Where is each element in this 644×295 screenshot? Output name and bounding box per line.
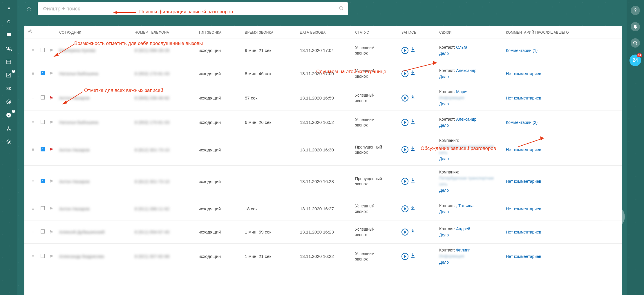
col-date[interactable]: ДАТА ВЫЗОВА <box>298 30 353 35</box>
drag-handle-icon[interactable]: ≡ <box>27 95 39 101</box>
rail-target-icon[interactable] <box>3 98 15 106</box>
rail-settings-icon[interactable] <box>3 138 15 146</box>
flag-icon[interactable]: ⚑ <box>49 147 53 152</box>
comments-link[interactable]: Нет комментариев <box>506 207 541 211</box>
play-button[interactable] <box>401 146 408 153</box>
col-status[interactable]: СТАТУС <box>353 30 400 35</box>
row-checkbox[interactable] <box>41 71 45 75</box>
rail-sitemap-icon[interactable] <box>3 124 15 133</box>
download-icon[interactable] <box>411 229 415 235</box>
row-checkbox[interactable] <box>41 179 45 183</box>
drag-handle-icon[interactable]: ≡ <box>27 229 39 235</box>
deal-link[interactable]: Дело <box>439 51 449 56</box>
company-link[interactable]: Петербургская транспортная сеть <box>439 175 502 187</box>
deal-link[interactable]: Дело <box>439 156 449 161</box>
download-icon[interactable] <box>411 253 415 259</box>
rail-chat-icon[interactable] <box>3 31 15 39</box>
comments-link[interactable]: Нет комментариев <box>506 71 541 76</box>
deal-link[interactable]: Дело <box>439 209 449 214</box>
comments-link[interactable]: Нет комментариев <box>506 254 541 259</box>
bitrix24-icon[interactable]: 24 14 <box>629 55 641 66</box>
download-icon[interactable] <box>411 119 415 125</box>
drag-handle-icon[interactable]: ≡ <box>27 206 39 211</box>
play-button[interactable] <box>401 119 408 126</box>
download-icon[interactable] <box>411 178 415 184</box>
col-employee[interactable]: СОТРУДНИК <box>57 30 133 35</box>
play-button[interactable] <box>401 178 408 185</box>
rail-md[interactable]: МД <box>3 44 15 53</box>
comments-link[interactable]: Нет комментариев <box>506 179 541 184</box>
download-icon[interactable] <box>411 95 415 101</box>
deal-link[interactable]: Дело <box>439 123 449 128</box>
rail-c[interactable]: С <box>3 18 15 26</box>
download-icon[interactable] <box>411 146 415 152</box>
row-checkbox[interactable] <box>41 95 45 99</box>
row-checkbox[interactable] <box>41 254 45 258</box>
flag-icon[interactable]: ⚑ <box>49 206 53 211</box>
favorite-icon[interactable]: ☆ <box>26 5 32 12</box>
drag-handle-icon[interactable]: ≡ <box>27 71 39 76</box>
col-relations[interactable]: СВЯЗИ <box>437 30 504 35</box>
drag-handle-icon[interactable]: ≡ <box>27 120 39 125</box>
deal-link[interactable]: Дело <box>439 233 449 237</box>
menu-icon[interactable]: ≡ <box>3 4 15 12</box>
col-type[interactable]: ТИП ЗВОНКА <box>197 30 243 35</box>
col-record[interactable]: ЗАПИСЬ <box>400 30 437 35</box>
svg-marker-24 <box>540 136 544 140</box>
rail-zk[interactable]: ЗК <box>3 84 15 93</box>
row-checkbox[interactable] <box>41 147 45 151</box>
drag-handle-icon[interactable]: ≡ <box>27 179 39 184</box>
comments-link[interactable]: Комментарии (2) <box>506 120 538 125</box>
type-cell: исходящий <box>197 254 243 259</box>
play-button[interactable] <box>401 253 408 260</box>
flag-icon[interactable]: ⚑ <box>49 120 53 125</box>
type-cell: исходящий <box>197 229 243 234</box>
search-icon[interactable] <box>339 6 343 12</box>
contact-link[interactable]: , Татьяна <box>456 203 473 208</box>
help-icon[interactable]: ? <box>631 6 640 15</box>
rail-calendar-icon[interactable] <box>3 58 15 66</box>
col-duration[interactable]: ВРЕМЯ ЗВОНКА <box>243 30 298 35</box>
deal-link[interactable]: Дело <box>439 188 449 193</box>
play-button[interactable] <box>401 47 408 54</box>
col-comments[interactable]: КОММЕНТАРИЙ ПРОСЛУШАВШЕГО <box>504 30 622 35</box>
table-settings-icon[interactable] <box>28 29 32 35</box>
download-icon[interactable] <box>411 47 415 53</box>
contact-link[interactable]: Андрей <box>456 227 470 231</box>
comments-link[interactable]: Нет комментариев <box>506 147 541 152</box>
flag-icon[interactable]: ⚑ <box>49 179 53 184</box>
contact-link[interactable]: Ольга <box>456 45 467 50</box>
col-phone[interactable]: НОМЕР ТЕЛЕФОНА <box>133 30 197 35</box>
rail-more-icon[interactable]: 4 <box>3 111 15 119</box>
comments-link[interactable]: Нет комментариев <box>506 230 541 234</box>
row-checkbox[interactable] <box>41 229 45 234</box>
flag-icon[interactable]: ⚑ <box>49 254 53 259</box>
comments-link[interactable]: Нет комментариев <box>506 96 541 100</box>
table-row: ≡⚑Наталья Бабошина8 (953) 170-81-03исход… <box>24 111 622 134</box>
flag-icon[interactable]: ⚑ <box>49 95 53 100</box>
contact-link[interactable]: Александр <box>456 68 476 73</box>
comments-link[interactable]: Комментарии (1) <box>506 48 538 53</box>
download-icon[interactable] <box>411 206 415 211</box>
search-icon-right[interactable] <box>631 38 640 48</box>
play-button[interactable] <box>401 205 408 212</box>
deal-link[interactable]: Дело <box>439 74 449 79</box>
drag-handle-icon[interactable]: ≡ <box>27 254 39 259</box>
contact-link[interactable]: Филипп <box>456 248 471 252</box>
deal-link[interactable]: Дело <box>439 260 449 265</box>
flag-icon[interactable]: ⚑ <box>49 71 53 76</box>
contact-link[interactable]: Мария <box>456 89 468 94</box>
play-button[interactable] <box>401 229 408 236</box>
deal-link[interactable]: Дело <box>439 102 449 106</box>
next-fab[interactable]: › <box>602 205 625 228</box>
row-checkbox[interactable] <box>41 48 45 52</box>
row-checkbox[interactable] <box>41 120 45 124</box>
contact-link[interactable]: Александр <box>456 117 476 122</box>
flag-icon[interactable]: ⚑ <box>49 229 53 234</box>
row-checkbox[interactable] <box>41 206 45 210</box>
rail-tasks-icon[interactable]: 6 <box>3 71 15 79</box>
drag-handle-icon[interactable]: ≡ <box>27 48 39 53</box>
drag-handle-icon[interactable]: ≡ <box>27 147 39 152</box>
play-button[interactable] <box>401 95 408 102</box>
bell-icon[interactable] <box>631 22 640 31</box>
